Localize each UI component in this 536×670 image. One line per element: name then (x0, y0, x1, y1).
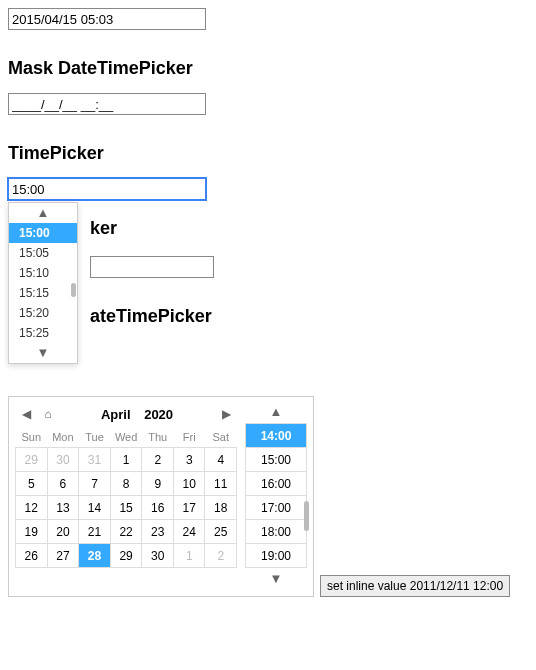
timecol-scroll-up[interactable]: ▲ (245, 401, 307, 423)
inline-datetimepicker: ◀ ⌂ April 2020 ▶ SunMonTueWedThuFriSat 2… (8, 396, 314, 597)
calendar-day[interactable]: 25 (205, 520, 237, 544)
calendar-day[interactable]: 4 (205, 448, 237, 472)
calendar-dow: Wed (110, 427, 142, 448)
chevron-up-icon: ▲ (37, 205, 50, 220)
chevron-left-icon: ◀ (22, 407, 31, 421)
calendar-day[interactable]: 20 (47, 520, 79, 544)
time-option[interactable]: 15:15 (9, 283, 77, 303)
time-option[interactable]: 17:00 (246, 496, 307, 520)
time-option[interactable]: 19:00 (246, 544, 307, 568)
calendar-dow: Tue (79, 427, 111, 448)
timepicker-heading: TimePicker (8, 143, 528, 164)
timepicker-scroll-up[interactable]: ▲ (9, 203, 77, 223)
calendar-day[interactable]: 15 (110, 496, 142, 520)
timepicker-list: 15:0015:0515:1015:1515:2015:25 (9, 223, 77, 343)
calendar-day[interactable]: 17 (174, 496, 205, 520)
calendar-day[interactable]: 26 (16, 544, 48, 568)
mask-heading: Mask DateTimePicker (8, 58, 528, 79)
calendar-today-button[interactable]: ⌂ (37, 407, 59, 421)
calendar-day[interactable]: 31 (79, 448, 111, 472)
datetime-input-top[interactable] (8, 8, 206, 30)
calendar-day[interactable]: 2 (205, 544, 237, 568)
scrollbar-thumb[interactable] (71, 283, 76, 297)
timecol-scroll-down[interactable]: ▼ (245, 568, 307, 590)
calendar-day[interactable]: 1 (110, 448, 142, 472)
mask-datetime-input[interactable] (8, 93, 206, 115)
calendar-day[interactable]: 12 (16, 496, 48, 520)
calendar: ◀ ⌂ April 2020 ▶ SunMonTueWedThuFriSat 2… (15, 401, 237, 590)
calendar-day[interactable]: 23 (142, 520, 174, 544)
calendar-day[interactable]: 8 (110, 472, 142, 496)
calendar-day[interactable]: 11 (205, 472, 237, 496)
time-option[interactable]: 15:05 (9, 243, 77, 263)
chevron-down-icon: ▼ (37, 345, 50, 360)
time-option[interactable]: 14:00 (246, 424, 307, 448)
time-option[interactable]: 15:20 (9, 303, 77, 323)
calendar-day[interactable]: 10 (174, 472, 205, 496)
calendar-day[interactable]: 13 (47, 496, 79, 520)
time-option[interactable]: 18:00 (246, 520, 307, 544)
calendar-day[interactable]: 9 (142, 472, 174, 496)
calendar-next-button[interactable]: ▶ (215, 407, 237, 421)
calendar-grid: SunMonTueWedThuFriSat 293031123456789101… (15, 427, 237, 568)
calendar-day[interactable]: 6 (47, 472, 79, 496)
calendar-dow: Thu (142, 427, 174, 448)
chevron-down-icon: ▼ (270, 571, 283, 586)
calendar-title[interactable]: April 2020 (59, 407, 215, 422)
calendar-day[interactable]: 1 (174, 544, 205, 568)
calendar-dow: Sat (205, 427, 237, 448)
calendar-day[interactable]: 22 (110, 520, 142, 544)
time-option[interactable]: 15:00 (9, 223, 77, 243)
calendar-day[interactable]: 2 (142, 448, 174, 472)
calendar-day[interactable]: 24 (174, 520, 205, 544)
calendar-prev-button[interactable]: ◀ (15, 407, 37, 421)
calendar-day[interactable]: 3 (174, 448, 205, 472)
timepicker-input[interactable] (8, 178, 206, 200)
time-option[interactable]: 15:10 (9, 263, 77, 283)
calendar-day[interactable]: 27 (47, 544, 79, 568)
calendar-month: April (101, 407, 131, 422)
calendar-year: 2020 (144, 407, 173, 422)
time-option[interactable]: 15:25 (9, 323, 77, 343)
calendar-day[interactable]: 29 (16, 448, 48, 472)
obscured-heading-1: ker (90, 218, 117, 239)
calendar-day[interactable]: 18 (205, 496, 237, 520)
calendar-day[interactable]: 19 (16, 520, 48, 544)
calendar-day[interactable]: 21 (79, 520, 111, 544)
calendar-day[interactable]: 7 (79, 472, 111, 496)
chevron-right-icon: ▶ (222, 407, 231, 421)
timepicker-popup: ▲ 15:0015:0515:1015:1515:2015:25 ▼ (8, 202, 78, 364)
time-option[interactable]: 15:00 (246, 448, 307, 472)
calendar-dow: Fri (174, 427, 205, 448)
timepicker-column: ▲ 14:0015:0016:0017:0018:0019:00 ▼ (245, 401, 307, 590)
calendar-day[interactable]: 29 (110, 544, 142, 568)
calendar-day[interactable]: 16 (142, 496, 174, 520)
calendar-day[interactable]: 28 (79, 544, 111, 568)
scrollbar-thumb[interactable] (304, 501, 309, 531)
calendar-dow: Mon (47, 427, 79, 448)
obscured-heading-2: ateTimePicker (90, 306, 212, 327)
calendar-day[interactable]: 14 (79, 496, 111, 520)
timepicker-scroll-down[interactable]: ▼ (9, 343, 77, 363)
calendar-day[interactable]: 30 (47, 448, 79, 472)
calendar-day[interactable]: 5 (16, 472, 48, 496)
calendar-day[interactable]: 30 (142, 544, 174, 568)
time-option[interactable]: 16:00 (246, 472, 307, 496)
datepicker-input-obscured[interactable] (90, 256, 214, 278)
home-icon: ⌂ (44, 407, 51, 421)
set-inline-value-button[interactable]: set inline value 2011/12/11 12:00 (320, 575, 510, 597)
chevron-up-icon: ▲ (270, 404, 283, 419)
calendar-dow: Sun (16, 427, 48, 448)
